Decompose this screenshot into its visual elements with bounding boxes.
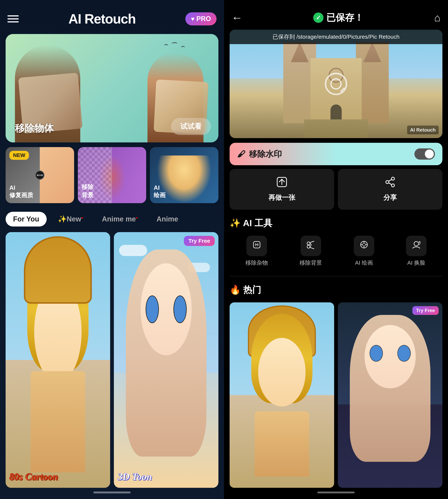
feature-card-paint[interactable]: AI绘画 (150, 147, 218, 203)
svg-point-3 (391, 184, 394, 187)
bottom-indicator (93, 492, 131, 493)
split-icon: ⟺ (35, 171, 44, 180)
tab-anime[interactable]: Anime (149, 212, 186, 226)
svg-point-11 (307, 242, 310, 245)
ai-tools-grid: 移除杂物 移除背景 (230, 236, 442, 267)
church-image: AI Retouch (230, 30, 442, 138)
pro-badge[interactable]: ♥ PRO (185, 12, 217, 25)
svg-point-12 (307, 245, 310, 248)
toggle-knob (425, 150, 434, 158)
ai-retouch-watermark: AI Retouch (407, 126, 439, 134)
content-card-3dtoon[interactable]: Try Free 3D Toon (114, 232, 218, 488)
menu-button[interactable] (7, 15, 19, 22)
hot-card-cartoon[interactable] (230, 302, 334, 488)
hot-grid: Try Free (230, 302, 442, 488)
watermark-overlay (325, 73, 347, 95)
feature-card-background[interactable]: 移除背景 (78, 147, 146, 203)
divider (230, 276, 442, 276)
svg-line-13 (310, 241, 314, 243)
content-grid: 80s Cartoon Try Free (6, 232, 218, 488)
hero-try-button[interactable]: 试试看 (171, 118, 211, 135)
face-hot (258, 338, 306, 407)
svg-point-8 (257, 243, 258, 244)
brush-icon: 🖌 (237, 149, 245, 159)
tool-icon-wrap-2 (301, 236, 321, 256)
share-label: 分享 (384, 193, 397, 202)
svg-line-5 (389, 183, 392, 185)
tool-ai-paint[interactable]: AI 绘画 (354, 236, 374, 267)
tool-icon-wrap-4 (406, 236, 427, 256)
spire-left (285, 42, 315, 62)
tool-label-4: AI 换脸 (407, 259, 425, 267)
face-swap-icon (411, 240, 421, 252)
tab-anime-me[interactable]: Anime me● (95, 212, 145, 226)
paint-icon (359, 240, 369, 252)
tool-remove-bg[interactable]: 移除背景 (300, 236, 322, 267)
svg-point-7 (255, 243, 256, 244)
svg-point-19 (414, 241, 418, 246)
tab-new[interactable]: ✨New● (50, 212, 91, 226)
tab-for-you[interactable]: For You (6, 212, 47, 226)
saved-label: 已保存！ (326, 11, 364, 24)
saved-path: 已保存到 /storage/emulated/0/Pictures/Pic Re… (230, 30, 442, 44)
try-free-badge-hot: Try Free (412, 306, 439, 315)
home-button[interactable]: ⌂ (434, 12, 441, 24)
left-header: AI Retouch ♥ PRO (6, 0, 218, 34)
hot-card-3dtoon[interactable]: Try Free (338, 302, 442, 488)
right-bottom-indicator (317, 492, 355, 493)
svg-point-2 (386, 181, 389, 184)
tabs-section: For You ✨New● Anime me● Anime (6, 209, 218, 232)
right-panel: ← ✓ 已保存！ ⌂ 已保存到 /storage/emulated/0/Pict… (224, 0, 448, 499)
feature-cards-row: ⟺ NEW AI修复画质 移除背景 AI绘画 (6, 147, 218, 203)
hot-anime-girl-2 (338, 302, 442, 488)
svg-point-10 (257, 245, 258, 246)
bottom-bar (6, 488, 218, 499)
spire-right (357, 42, 387, 62)
saved-status: ✓ 已保存！ (313, 11, 364, 24)
hot-anime-girl-1 (230, 302, 334, 488)
svg-point-18 (363, 243, 366, 246)
tool-label-3: AI 绘画 (355, 259, 373, 267)
tool-remove-objects[interactable]: 移除杂物 (245, 236, 268, 267)
redo-icon (276, 176, 288, 190)
content-card-cartoon[interactable]: 80s Cartoon (6, 232, 110, 488)
new-badge: NEW (9, 151, 29, 160)
feature-card-restore[interactable]: ⟺ NEW AI修复画质 (6, 147, 74, 203)
hero-banner[interactable]: 移除物体 试试看 (6, 34, 218, 142)
left-panel: AI Retouch ♥ PRO 移除物体 试试看 (0, 0, 224, 499)
tool-icon-wrap-1 (246, 236, 267, 256)
card-label-bg: 移除背景 (81, 183, 94, 199)
image-preview: 已保存到 /storage/emulated/0/Pictures/Pic Re… (230, 30, 442, 138)
body (31, 371, 85, 472)
right-bottom-bar (230, 488, 442, 499)
svg-line-4 (389, 179, 392, 181)
hot-eye-right (397, 345, 411, 362)
tool-label-1: 移除杂物 (245, 259, 268, 267)
svg-line-14 (310, 247, 314, 249)
card-label-restore: AI修复画质 (9, 184, 33, 199)
scissors-icon (306, 240, 316, 252)
remove-watermark-row[interactable]: 🖌 移除水印 (230, 143, 442, 165)
watermark-label: 🖌 移除水印 (237, 149, 282, 160)
tool-ai-face-swap[interactable]: AI 换脸 (406, 236, 427, 267)
toggle-switch[interactable] (415, 148, 435, 160)
hot-eye-left (370, 345, 383, 362)
try-free-badge: Try Free (184, 236, 215, 246)
redo-label: 再做一张 (268, 193, 295, 202)
share-icon (384, 176, 396, 190)
tool-label-2: 移除背景 (300, 259, 322, 267)
card-label-paint: AI绘画 (154, 184, 166, 199)
back-button[interactable]: ← (231, 11, 243, 24)
cartoon-title: 80s Cartoon (9, 471, 58, 482)
redo-button[interactable]: 再做一张 (230, 169, 334, 210)
ai-tools-title: ✨ AI 工具 (230, 217, 442, 229)
check-icon: ✓ (313, 13, 323, 23)
bandage-icon (252, 240, 262, 252)
svg-point-1 (391, 177, 394, 180)
road (304, 120, 368, 138)
hero-title: 移除物体 (15, 122, 54, 135)
app-title: AI Retouch (68, 11, 136, 27)
right-header: ← ✓ 已保存！ ⌂ (230, 0, 442, 30)
anime-girl-3dtoon (114, 232, 218, 488)
share-button[interactable]: 分享 (338, 169, 442, 210)
